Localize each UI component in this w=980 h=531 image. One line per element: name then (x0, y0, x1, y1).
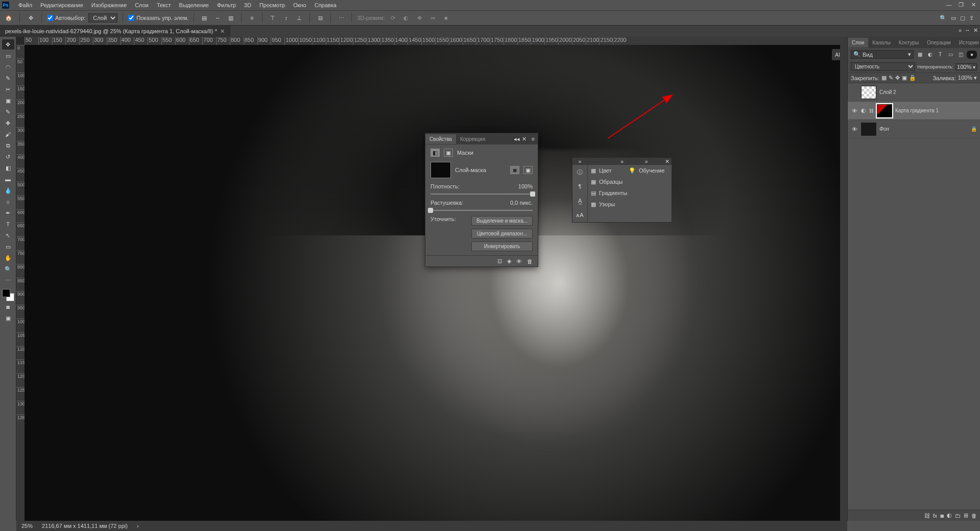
menu-select[interactable]: Выделение (175, 1, 213, 9)
layer-item[interactable]: 👁 ◐ ⛓ Карта градиента 1 (848, 102, 980, 120)
strip-collapse-icon[interactable]: » (620, 158, 624, 164)
gradient-tool[interactable]: ▬ (2, 174, 14, 184)
disable-mask-icon[interactable]: 👁 (516, 258, 522, 264)
distribute-icon[interactable]: ≡ (247, 13, 257, 22)
align-center-v-icon[interactable]: ↕ (281, 13, 291, 22)
tab-close-icon[interactable]: ✕ (220, 28, 225, 35)
workspace-icon[interactable]: ▭ (951, 15, 956, 21)
marquee-tool[interactable]: ▭ (2, 51, 14, 61)
auto-select-target[interactable]: Слой (88, 13, 117, 22)
load-selection-icon[interactable]: ⊡ (497, 258, 502, 264)
distribute-v-icon[interactable]: ⊟ (315, 13, 325, 22)
fill-input[interactable]: 100% ▾ (958, 75, 977, 81)
blur-tool[interactable]: 💧 (2, 185, 14, 196)
tab-layers[interactable]: Слои (848, 38, 868, 47)
move-tool[interactable]: ✥ (2, 39, 14, 50)
window-restore-icon[interactable]: ❐ (958, 2, 965, 8)
pixel-mask-mode[interactable]: ◧ (431, 149, 440, 157)
quick-select-tool[interactable]: ✎ (2, 73, 14, 83)
path-select-tool[interactable]: ↖ (2, 230, 14, 240)
invert-button[interactable]: Инвертировать (471, 242, 533, 251)
add-pixel-mask-icon[interactable]: ◙ (510, 166, 519, 174)
screen-mode-tool[interactable]: ▣ (2, 313, 14, 323)
document-tab[interactable]: pexels-ike-louie-natividad-6279440.jpg @… (0, 26, 230, 37)
layer-fx-icon[interactable]: fx (933, 513, 938, 519)
strip-collapse-icon[interactable]: » (578, 158, 581, 164)
filter-toggle-icon[interactable]: ● (967, 51, 977, 59)
new-group-icon[interactable]: 🗀 (955, 513, 961, 519)
eraser-tool[interactable]: ◧ (2, 163, 14, 173)
blend-mode-select[interactable]: Цветность (851, 62, 915, 71)
gradients-panel-button[interactable]: ▤Градиенты (588, 187, 626, 199)
hand-tool[interactable]: ✋ (2, 253, 14, 263)
layer-lock-icon[interactable]: 🔒 (971, 126, 977, 132)
foreground-color[interactable] (2, 289, 10, 297)
eyedropper-tool[interactable]: ✎ (2, 107, 14, 117)
opacity-input[interactable]: 100% ▾ (955, 63, 977, 70)
tab-properties[interactable]: Свойства (425, 134, 456, 144)
scrollbar-vertical[interactable] (840, 45, 847, 521)
more-align-icon[interactable]: ⋯ (336, 13, 346, 22)
lock-brush-icon[interactable]: ✎ (889, 75, 893, 81)
info-panel-icon[interactable]: ⓘ (572, 165, 587, 179)
align-right-icon[interactable]: ▥ (226, 13, 236, 22)
edit-toolbar[interactable]: ⋯ (2, 275, 14, 285)
apply-mask-icon[interactable]: ◈ (507, 258, 511, 264)
strip-collapse-icon[interactable]: » (644, 158, 648, 164)
add-mask-icon[interactable]: ◙ (940, 513, 944, 519)
home-button[interactable]: 🏠 (3, 12, 14, 23)
filter-shape-icon[interactable]: ▭ (946, 51, 954, 59)
status-chevron-icon[interactable]: › (137, 523, 139, 529)
new-layer-icon[interactable]: ⊞ (964, 512, 968, 519)
tab-adjustments[interactable]: Коррекция (456, 134, 489, 144)
swatches-panel-button[interactable]: ▦Образцы (588, 176, 626, 187)
paragraph-panel-icon[interactable]: ¶ (572, 179, 587, 194)
type-tool[interactable]: T (2, 219, 14, 229)
tab-channels[interactable]: Каналы (868, 38, 895, 47)
color-range-button[interactable]: Цветовой диапазон... (471, 229, 533, 238)
healing-tool[interactable]: ✚ (2, 118, 14, 128)
frame-icon[interactable]: ▢ (960, 15, 965, 21)
tab-paths[interactable]: Контуры (895, 38, 923, 47)
window-minimize-icon[interactable]: — (945, 2, 952, 8)
zoom-tool[interactable]: 🔍 (2, 264, 14, 274)
align-top-icon[interactable]: ⊤ (268, 13, 278, 22)
tab-actions[interactable]: Операции (923, 38, 955, 47)
tab-overflow-icon[interactable]: » (959, 27, 962, 34)
strip-close-icon[interactable]: ✕ (665, 158, 670, 165)
color-swatch[interactable] (2, 289, 14, 301)
menu-help[interactable]: Справка (310, 1, 341, 9)
clone-tool[interactable]: ⧉ (2, 140, 14, 151)
menu-image[interactable]: Изображение (87, 1, 131, 9)
menu-window[interactable]: Окно (289, 1, 310, 9)
lock-transparency-icon[interactable]: ▦ (881, 75, 887, 81)
character-panel-icon[interactable]: A̲ (572, 194, 587, 208)
menu-layers[interactable]: Слои (131, 1, 153, 9)
layer-thumbnail[interactable] (861, 123, 876, 136)
glyphs-panel-icon[interactable]: ᴀA (572, 208, 587, 222)
link-layers-icon[interactable]: ⛓ (924, 513, 930, 519)
delete-mask-icon[interactable]: 🗑 (527, 258, 533, 264)
patterns-panel-button[interactable]: ▩Узоры (588, 199, 626, 210)
color-panel-button[interactable]: ▦Цвет (588, 165, 626, 176)
filter-adjust-icon[interactable]: ◐ (926, 51, 934, 59)
new-adjustment-icon[interactable]: ◐ (947, 512, 952, 519)
brush-tool[interactable]: 🖌 (2, 129, 14, 139)
tab-close-all-icon[interactable]: ✕ (973, 27, 978, 34)
menu-edit[interactable]: Редактирование (36, 1, 87, 9)
quick-mask-tool[interactable]: ◙ (2, 302, 14, 312)
density-slider[interactable]: Плотность:100% (431, 183, 533, 195)
delete-layer-icon[interactable]: 🗑 (971, 513, 977, 519)
crop-tool[interactable]: ✂ (2, 84, 14, 94)
menu-file[interactable]: Файл (14, 1, 36, 9)
dodge-tool[interactable]: ☼ (2, 197, 14, 207)
menu-filter[interactable]: Фильтр (213, 1, 240, 9)
lock-position-icon[interactable]: ✥ (895, 75, 900, 81)
show-transform-checkbox[interactable]: Показать упр. элем. (128, 15, 188, 21)
canvas-viewport[interactable]: AI (25, 45, 847, 521)
layer-visibility-toggle[interactable]: 👁 (851, 108, 858, 114)
vector-mask-mode[interactable]: ▣ (444, 149, 453, 157)
menu-3d[interactable]: 3D (240, 1, 255, 9)
lasso-tool[interactable]: ◠ (2, 62, 14, 72)
share-icon[interactable]: ⇪ (969, 15, 974, 21)
